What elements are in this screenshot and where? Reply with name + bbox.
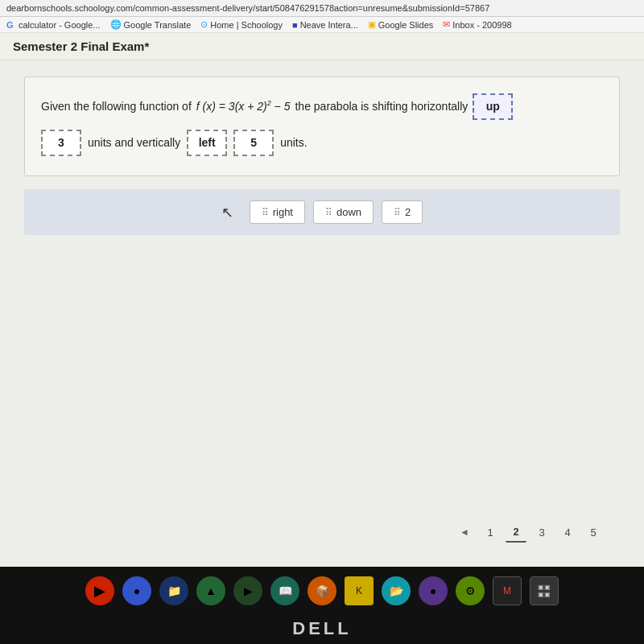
bookmark-translate[interactable]: 🌐 Google Translate <box>110 19 192 30</box>
bookmark-slides[interactable]: ▣ Google Slides <box>368 19 434 30</box>
prev-label: ◄ <box>460 526 469 538</box>
token-down-label: down <box>336 206 361 218</box>
url-bar: dearbornschools.schoology.com/common-ass… <box>0 0 644 17</box>
bookmark-schoology[interactable]: ⊙ Home | Schoology <box>200 19 283 30</box>
bookmark-label-1: Google Translate <box>124 20 192 30</box>
page-title: Semester 2 Final Exam* <box>0 33 644 60</box>
taskbar-icon-qr[interactable]: ▣▣▣▣ <box>530 576 559 605</box>
bookmark-label-2: Home | Schoology <box>210 20 283 30</box>
spacer <box>24 245 620 504</box>
page-btn-4[interactable]: 4 <box>557 522 578 543</box>
page-btn-3[interactable]: 3 <box>531 522 552 543</box>
page-btn-2[interactable]: 2 <box>506 522 526 543</box>
taskbar-icon-chrome[interactable]: ● <box>122 576 151 605</box>
taskbar-icon-books[interactable]: 📖 <box>270 576 299 605</box>
bookmark-label-5: Inbox - 200998 <box>452 20 511 30</box>
taskbar-icon-folder[interactable]: 📂 <box>382 576 411 605</box>
blank-horizontal-direction[interactable]: up <box>473 93 513 120</box>
cursor-icon: ↖ <box>221 204 233 221</box>
page-btn-1[interactable]: 1 <box>480 522 501 543</box>
page-4-label: 4 <box>564 526 570 539</box>
question-first-line: Given the following function of f (x) = … <box>41 93 603 120</box>
slides-icon: ▣ <box>368 19 376 30</box>
token-down[interactable]: down <box>313 200 374 224</box>
page-2-label: 2 <box>513 526 518 538</box>
question-prefix-text: Given the following function of <box>41 97 192 117</box>
taskbar-icon-gmail[interactable]: M <box>493 576 522 605</box>
taskbar-icon-music[interactable]: ▶ <box>233 576 262 605</box>
bookmark-label-3: Neave Intera... <box>300 20 358 30</box>
bookmark-label-4: Google Slides <box>378 20 434 30</box>
question-function-text: f (x) = 3(x + 2)2 − 5 <box>196 97 291 117</box>
token-right[interactable]: right <box>250 200 305 224</box>
token-2-label: 2 <box>405 206 411 218</box>
question-box: Given the following function of f (x) = … <box>24 76 620 176</box>
bookmark-calculator[interactable]: G calculator - Google... <box>6 20 101 30</box>
calc-icon: G <box>6 20 16 30</box>
bookmark-neave[interactable]: ■ Neave Intera... <box>292 20 358 30</box>
token-2[interactable]: 2 <box>382 200 423 224</box>
question-second-line: 3 units and vertically left 5 units. <box>41 130 603 156</box>
pagination: ◄ 1 2 3 4 5 <box>24 514 620 551</box>
units-vertically-text: units and vertically <box>88 133 180 153</box>
translate-icon: 🌐 <box>110 19 122 30</box>
prev-page-button[interactable]: ◄ <box>454 522 475 543</box>
units-end-text: units. <box>280 133 307 153</box>
taskbar-icon-settings[interactable]: ⚙ <box>456 576 485 605</box>
blank-units-number[interactable]: 3 <box>41 130 81 156</box>
taskbar-icon-package[interactable]: 📦 <box>308 576 336 605</box>
inbox-icon: ✉ <box>443 19 450 30</box>
page-3-label: 3 <box>539 526 544 539</box>
neave-icon: ■ <box>292 20 298 30</box>
taskbar-icon-kindle[interactable]: K <box>345 576 374 605</box>
taskbar-icon-youtube[interactable]: ▶ <box>85 576 114 605</box>
taskbar: ▶ ● 📁 ▲ ▶ 📖 📦 K 📂 ● ⚙ M ▣▣▣▣ <box>0 567 644 615</box>
page-btn-5[interactable]: 5 <box>583 522 604 543</box>
schoology-icon: ⊙ <box>200 19 208 30</box>
main-content: Given the following function of f (x) = … <box>0 60 644 567</box>
bookmark-label-0: calculator - Google... <box>19 20 101 30</box>
page-1-label: 1 <box>487 526 493 539</box>
drag-token-area[interactable]: ↖ right down 2 <box>24 189 620 235</box>
main-screen: Semester 2 Final Exam* Given the followi… <box>0 33 644 567</box>
taskbar-icon-files[interactable]: 📁 <box>159 576 188 605</box>
page-5-label: 5 <box>590 526 596 539</box>
question-mid-text: the parabola is shifting horizontally <box>295 97 468 117</box>
blank-vertical-direction[interactable]: left <box>187 130 227 156</box>
taskbar-icon-app[interactable]: ● <box>419 576 448 605</box>
bookmark-inbox[interactable]: ✉ Inbox - 200998 <box>443 19 511 30</box>
blank-vertical-units[interactable]: 5 <box>233 130 274 156</box>
taskbar-icon-drive[interactable]: ▲ <box>196 576 225 605</box>
dell-logo: DELL <box>0 615 644 644</box>
bookmarks-bar: G calculator - Google... 🌐 Google Transl… <box>0 17 644 33</box>
dell-label-text: DELL <box>292 618 351 638</box>
page-title-text: Semester 2 Final Exam* <box>13 39 149 53</box>
token-right-label: right <box>273 206 293 218</box>
